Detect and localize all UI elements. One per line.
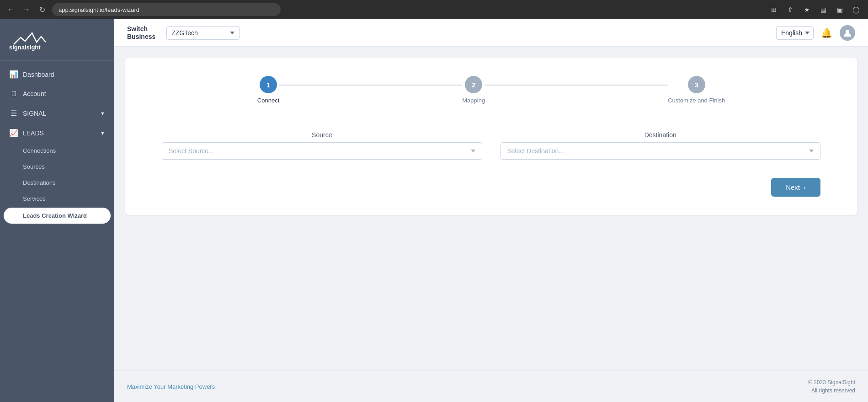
footer-tagline: Maximize Your Marketing Powers [127, 383, 215, 390]
destination-select-wrapper: Select Destination... [501, 142, 821, 160]
avatar [840, 25, 855, 41]
sidebar-item-leads-creation-wizard[interactable]: Leads Creation Wizard [4, 208, 111, 224]
sidebar: signalsight 📊 Dashboard 🖥 Account ☰ SIGN… [0, 19, 114, 402]
reload-button[interactable]: ↻ [37, 4, 48, 15]
window-icon[interactable]: ▣ [833, 3, 846, 16]
destination-label: Destination [501, 131, 821, 139]
page-main: 1 Connect 2 Mapping 3 Customize and Fini… [114, 47, 868, 370]
share-icon[interactable]: ⇧ [784, 3, 797, 16]
sidebar-navigation: 📊 Dashboard 🖥 Account ☰ SIGNAL ▼ 📈 LEADS… [0, 61, 114, 402]
back-button[interactable]: ← [5, 4, 16, 15]
destination-group: Destination Select Destination... [501, 131, 821, 160]
destinations-label: Destinations [23, 179, 56, 186]
footer-copyright: © 2023 SignalSight All rights reserved [808, 378, 855, 395]
language-select[interactable]: English [776, 26, 814, 40]
sidebar-item-leads[interactable]: 📈 LEADS ▼ [0, 123, 114, 143]
source-select-wrapper: Select Source... [162, 142, 482, 160]
step-1-label: Connect [257, 97, 279, 104]
services-label: Services [23, 195, 46, 202]
sidebar-item-label: Dashboard [23, 71, 54, 78]
forward-button[interactable]: → [21, 4, 32, 15]
sidebar-item-signal[interactable]: ☰ SIGNAL ▼ [0, 103, 114, 123]
step-2-circle: 2 [465, 76, 482, 93]
sidebar-item-destinations[interactable]: Destinations [0, 175, 114, 191]
switch-business-group: Switch Business ZZGTech [127, 25, 240, 41]
step-line-1 [279, 85, 462, 86]
sidebar-item-sources[interactable]: Sources [0, 159, 114, 175]
copyright-line2: All rights reserved [808, 386, 855, 395]
address-bar[interactable] [52, 3, 281, 16]
sidebar-item-label: LEADS [23, 129, 44, 137]
step-connect: 1 Connect [257, 76, 279, 104]
next-arrow-icon: › [804, 183, 806, 191]
main-content: Switch Business ZZGTech English 🔔 [114, 19, 868, 402]
step-customize: 3 Customize and Finish [668, 76, 725, 104]
browser-actions: ⊞ ⇧ ★ ▦ ▣ ◯ [767, 3, 863, 16]
step-2-label: Mapping [462, 97, 485, 104]
svg-point-1 [846, 30, 849, 33]
sidebar-item-dashboard[interactable]: 📊 Dashboard [0, 64, 114, 84]
chevron-down-icon: ▼ [100, 130, 105, 136]
source-group: Source Select Source... [162, 131, 482, 160]
app-container: signalsight 📊 Dashboard 🖥 Account ☰ SIGN… [0, 19, 868, 402]
step-3-label: Customize and Finish [668, 97, 725, 104]
copyright-line1: © 2023 SignalSight [808, 378, 855, 386]
sidebar-item-account[interactable]: 🖥 Account [0, 84, 114, 103]
dashboard-icon: 📊 [9, 70, 18, 79]
svg-text:signalsight: signalsight [9, 44, 41, 51]
step-1-circle: 1 [260, 76, 277, 93]
header-right: English 🔔 [776, 25, 855, 41]
browser-chrome: ← → ↻ ⊞ ⇧ ★ ▦ ▣ ◯ [0, 0, 868, 19]
leads-icon: 📈 [9, 129, 18, 137]
destination-select[interactable]: Select Destination... [501, 142, 821, 160]
page-header: Switch Business ZZGTech English 🔔 [114, 19, 868, 47]
step-line-2 [485, 85, 668, 86]
connections-label: Connections [23, 147, 56, 154]
business-select[interactable]: ZZGTech [166, 26, 240, 40]
switch-business-label: Switch Business [127, 25, 155, 41]
sidebar-item-services[interactable]: Services [0, 191, 114, 207]
sidebar-logo: signalsight [0, 19, 114, 61]
next-button[interactable]: Next › [771, 178, 820, 197]
signal-icon: ☰ [9, 109, 18, 118]
wizard-card: 1 Connect 2 Mapping 3 Customize and Fini… [125, 58, 857, 215]
wizard-stepper: 1 Connect 2 Mapping 3 Customize and Fini… [144, 76, 839, 104]
notifications-button[interactable]: 🔔 [821, 27, 832, 38]
extension-icon[interactable]: ▦ [817, 3, 830, 16]
leads-creation-wizard-label: Leads Creation Wizard [23, 212, 87, 219]
sources-label: Sources [23, 163, 45, 170]
signalsight-logo: signalsight [9, 28, 73, 51]
translate-icon[interactable]: ⊞ [767, 3, 780, 16]
profile-icon[interactable]: ◯ [850, 3, 863, 16]
sidebar-item-label: SIGNAL [23, 110, 46, 117]
sidebar-item-connections[interactable]: Connections [0, 143, 114, 159]
next-button-label: Next [786, 183, 800, 191]
step-mapping: 2 Mapping [462, 76, 485, 104]
source-select[interactable]: Select Source... [162, 142, 482, 160]
star-icon[interactable]: ★ [800, 3, 813, 16]
account-icon: 🖥 [9, 90, 18, 98]
chevron-down-icon: ▼ [100, 111, 105, 116]
user-icon [843, 28, 852, 38]
step-3-circle: 3 [688, 76, 705, 93]
page-footer: Maximize Your Marketing Powers © 2023 Si… [114, 370, 868, 402]
sidebar-item-label: Account [23, 90, 46, 97]
source-label: Source [162, 131, 482, 139]
wizard-footer: Next › [144, 178, 839, 197]
connect-form: Source Select Source... Destination Sele… [144, 131, 839, 160]
